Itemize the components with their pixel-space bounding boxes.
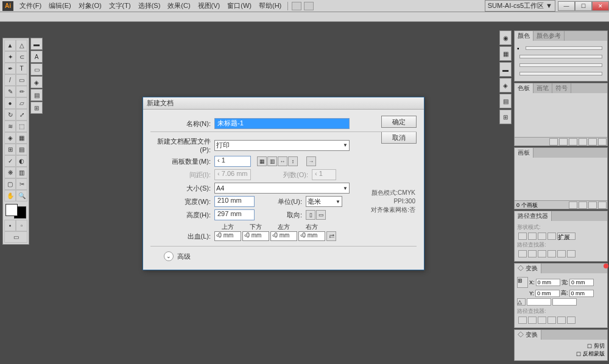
tab-artboards[interactable]: 画板	[515, 148, 533, 158]
shear-input[interactable]	[552, 298, 577, 306]
slider-y[interactable]	[519, 63, 602, 67]
size-select[interactable]: A4▼	[214, 183, 350, 194]
rdock-swatches-icon[interactable]: ▦	[499, 46, 512, 61]
rdock-stroke-icon[interactable]: ▬	[499, 62, 512, 77]
units-select[interactable]: 毫米▼	[306, 196, 342, 207]
slider-m[interactable]	[519, 55, 602, 58]
tool-scale[interactable]: ⤢	[16, 109, 27, 121]
dock-icon-5[interactable]: ▤	[30, 89, 43, 101]
bleed-top-input[interactable]: ‹0 mm	[214, 231, 241, 241]
tool-blob[interactable]: ●	[4, 97, 16, 109]
name-input[interactable]: 未标题-1	[214, 118, 350, 129]
tab-symbols[interactable]: 符号	[552, 83, 571, 93]
x-input[interactable]: 0 mm	[536, 279, 560, 286]
rdock-icon-4[interactable]: ◈	[499, 78, 512, 93]
window-minimize[interactable]: —	[558, 1, 575, 11]
orient-portrait-icon[interactable]: ▯	[306, 210, 315, 220]
tool-symbol-spray[interactable]: ❋	[4, 167, 16, 178]
tool-type[interactable]: T	[16, 63, 27, 74]
tool-eraser[interactable]: ▱	[16, 97, 27, 109]
tool-rotate[interactable]: ↻	[4, 109, 16, 121]
pf-crop[interactable]	[547, 250, 556, 257]
dock-icon-3[interactable]: ▭	[30, 63, 43, 75]
tool-magic-wand[interactable]: ✦	[4, 51, 16, 63]
pf2-6[interactable]	[567, 317, 576, 324]
pf-trim[interactable]	[528, 250, 537, 257]
tab-colorguide[interactable]: 颜色参考	[533, 31, 565, 41]
menu-edit[interactable]: 编辑(E)	[45, 0, 75, 12]
swatch-btn-delete[interactable]	[598, 138, 607, 145]
arrange-col-icon[interactable]: ↕	[288, 156, 298, 166]
bleed-link-icon[interactable]: ⮂	[326, 231, 336, 241]
window-close[interactable]: ✕	[592, 1, 609, 11]
swatch-btn-1[interactable]	[549, 138, 558, 145]
tool-selection[interactable]: ▲	[4, 40, 16, 51]
tool-free-transform[interactable]: ⬚	[16, 121, 27, 132]
pf2-3[interactable]	[538, 317, 546, 324]
slider-c[interactable]	[526, 46, 602, 50]
tool-graph[interactable]: ▥	[16, 167, 27, 178]
profile-select[interactable]: 打印▼	[214, 140, 350, 151]
pf-divide[interactable]	[518, 250, 527, 257]
grid-by-row-icon[interactable]: ▦	[257, 156, 267, 166]
tool-slice[interactable]: ✂	[16, 178, 27, 190]
toolbar-icon-1[interactable]	[292, 2, 301, 10]
toolbar-icon-2[interactable]	[304, 2, 314, 10]
reference-point[interactable]: ⊞	[517, 277, 528, 288]
w-input[interactable]: 0 mm	[569, 279, 594, 286]
tool-line[interactable]: /	[4, 74, 16, 86]
tab-transform[interactable]: ◇ 变换	[515, 264, 541, 273]
fill-mode-color[interactable]: ▪	[4, 220, 16, 231]
fill-mode-none[interactable]: ▫	[16, 220, 27, 231]
menu-select[interactable]: 选择(S)	[135, 0, 164, 12]
advanced-toggle[interactable]: ⌄ 高级	[164, 251, 417, 261]
pf-minusback[interactable]	[567, 250, 576, 257]
pf-intersect[interactable]	[538, 233, 546, 240]
swatch-btn-4[interactable]	[579, 138, 587, 145]
tool-pencil[interactable]: ✏	[16, 86, 27, 97]
pf-minus[interactable]	[528, 233, 537, 240]
bleed-bottom-input[interactable]: ‹0 mm	[242, 231, 269, 241]
tool-shapebuilder[interactable]: ◈	[4, 132, 16, 144]
swatch-btn-3[interactable]	[569, 138, 577, 145]
swatch-btn-new[interactable]	[588, 138, 597, 145]
height-input[interactable]: 297 mm	[214, 209, 255, 220]
menu-type[interactable]: 文字(T)	[105, 0, 135, 12]
tab-pathfinder[interactable]: 路径查找器	[515, 211, 552, 221]
tab-brushes[interactable]: 画笔	[533, 83, 552, 93]
pf-merge[interactable]	[538, 250, 546, 257]
rdock-color-icon[interactable]: ◉	[499, 30, 512, 45]
dock-icon-6[interactable]: ⊞	[30, 102, 43, 114]
artboard-btn-delete[interactable]	[598, 201, 607, 209]
dock-icon-4[interactable]: ◈	[30, 76, 43, 88]
tool-mesh[interactable]: ⊞	[4, 144, 16, 155]
swatch-btn-2[interactable]	[559, 138, 568, 145]
tool-perspective[interactable]: ▦	[16, 132, 27, 144]
pf-unite[interactable]	[518, 233, 527, 240]
swatch-fill[interactable]	[5, 204, 18, 216]
tool-blend[interactable]: ◐	[16, 155, 27, 167]
dock-icon-1[interactable]: ▬	[30, 38, 43, 50]
h-input[interactable]: 0 mm	[569, 290, 594, 297]
tab-transform-2[interactable]: ◇ 变换	[515, 330, 541, 340]
window-maximize[interactable]: ☐	[575, 1, 592, 11]
tool-artboard[interactable]: ▢	[4, 178, 16, 190]
slider-k[interactable]	[519, 72, 602, 75]
artboard-btn-new[interactable]	[588, 201, 597, 209]
tool-eyedropper[interactable]: ✓	[4, 155, 16, 167]
menu-effect[interactable]: 效果(C)	[164, 0, 194, 12]
pf-expand[interactable]: 扩展	[557, 233, 576, 240]
orient-landscape-icon[interactable]: ▭	[316, 210, 326, 220]
tool-brush[interactable]: ✎	[4, 86, 16, 97]
bleed-left-input[interactable]: ‹0 mm	[270, 231, 297, 241]
menu-window[interactable]: 窗口(W)	[224, 0, 255, 12]
color-swatches[interactable]	[4, 203, 27, 220]
pf-outline[interactable]	[557, 250, 566, 257]
ok-button[interactable]: 确定	[381, 116, 417, 128]
pf2-4[interactable]	[547, 317, 556, 324]
workspace-selector[interactable]: SUM-AI-cs5工作区 ▼	[485, 0, 555, 12]
checkbox-cut[interactable]: ☐	[587, 343, 592, 349]
artboard-btn-up[interactable]	[569, 201, 577, 209]
tool-width[interactable]: ≋	[4, 121, 16, 132]
tool-zoom[interactable]: 🔍	[16, 190, 27, 201]
